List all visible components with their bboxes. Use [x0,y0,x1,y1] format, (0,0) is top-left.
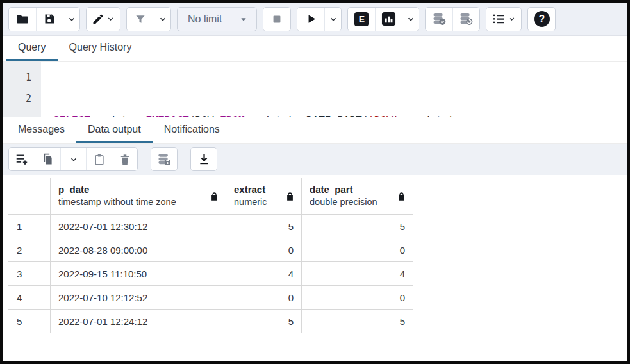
cell-date-part[interactable]: 0 [302,238,413,262]
explain-button[interactable]: E [348,8,375,31]
cell-date-part[interactable]: 5 [302,215,413,238]
commit-button[interactable] [426,8,452,31]
cell-p-date[interactable]: 2022-07-01 12:24:12 [51,310,226,333]
cell-p-date[interactable]: 2022-09-15 11:10:50 [51,262,226,286]
explain-e-icon: E [354,12,369,26]
row-limit-select[interactable]: No limit [177,7,257,31]
execute-options-dropdown[interactable] [324,8,341,31]
caret-down-icon [238,14,249,24]
tab-messages-label: Messages [18,124,65,135]
funnel-icon [134,13,147,26]
row-number-cell[interactable]: 4 [8,286,51,310]
cell-extract[interactable]: 5 [226,310,302,333]
clipboard-icon [93,153,106,166]
macros-dropdown-button[interactable] [486,8,521,31]
row-number-cell[interactable]: 2 [8,238,51,262]
pencil-icon [92,13,104,26]
bar-chart-icon [381,12,396,26]
table-row: 4 2022-07-10 12:12:52 0 0 [8,286,413,310]
row-number-cell[interactable]: 1 [8,215,51,238]
database-commit-icon [432,12,447,26]
table-row: 3 2022-09-15 11:10:50 4 4 [8,262,413,286]
play-icon [304,12,318,26]
tab-query-history-label: Query History [69,42,132,53]
trash-icon [119,153,131,166]
sql-editor[interactable]: 1 2 SELECT p_date, EXTRACT(DOW FROM p_da… [3,62,627,117]
database-rollback-icon [459,12,474,26]
row-number-cell[interactable]: 5 [8,310,51,333]
tab-messages[interactable]: Messages [6,117,76,143]
results-table: p_date timestamp without time zone extra… [8,178,413,333]
rollback-button[interactable] [452,8,479,31]
save-file-button[interactable] [36,8,63,31]
cell-extract[interactable]: 0 [226,238,302,262]
filter-button[interactable] [127,8,154,31]
tab-query[interactable]: Query [6,36,58,61]
lock-icon [393,192,406,201]
tab-query-history[interactable]: Query History [58,36,144,61]
column-header-extract[interactable]: extract numeric [226,178,302,215]
paste-button[interactable] [86,148,112,170]
download-icon [197,153,211,166]
download-button-group [190,147,217,171]
save-data-changes-button[interactable] [151,148,177,170]
add-row-button[interactable] [9,148,35,170]
cell-extract[interactable]: 0 [226,286,302,310]
chevron-down-icon [69,155,78,164]
chevron-down-icon [508,15,516,23]
copy-button[interactable] [35,148,60,170]
column-type: numeric [234,196,267,209]
column-header-date-part[interactable]: date_part double precision [302,178,413,215]
edit-data-button-group [8,147,138,171]
copy-options-dropdown[interactable] [60,148,86,170]
tab-notifications[interactable]: Notifications [153,117,231,143]
cell-extract[interactable]: 5 [226,215,302,238]
column-name: date_part [310,183,377,196]
table-row: 1 2022-07-01 12:30:12 5 5 [8,215,413,238]
tab-data-output-label: Data output [88,124,141,135]
delete-row-button[interactable] [112,148,137,170]
result-toolbar [3,144,627,175]
explain-analyze-button[interactable] [375,8,402,31]
explain-options-dropdown[interactable] [402,8,419,31]
cell-p-date[interactable]: 2022-08-28 09:00:00 [51,238,226,262]
sql-code[interactable]: SELECT p_date, EXTRACT(DOW FROM p_date),… [41,62,454,117]
cell-date-part[interactable]: 5 [302,310,413,333]
help-button[interactable]: ? [528,8,555,31]
question-circle-icon: ? [534,11,550,27]
transaction-button-group [425,7,480,31]
lock-icon [206,192,219,201]
select-all-header-cell[interactable] [8,178,51,215]
row-limit-value: No limit [188,13,222,25]
download-results-button[interactable] [191,148,217,170]
edit-dropdown-button[interactable] [87,8,120,31]
row-number-cell[interactable]: 3 [8,262,51,286]
edit-button-group [86,7,120,31]
chevron-down-icon [106,15,115,23]
open-file-button[interactable] [9,8,36,31]
main-toolbar: No limit [3,3,627,36]
cell-date-part[interactable]: 0 [302,286,413,310]
folder-icon [15,12,29,26]
cell-p-date[interactable]: 2022-07-10 12:12:52 [51,286,226,310]
tab-data-output[interactable]: Data output [76,117,153,143]
line-number: 2 [3,88,31,110]
help-button-group: ? [527,7,556,31]
line-number-gutter: 1 2 [3,62,41,117]
cancel-button-group [263,7,291,31]
column-type: timestamp without time zone [58,196,176,209]
column-header-p-date[interactable]: p_date timestamp without time zone [51,178,226,215]
cell-date-part[interactable]: 4 [302,262,413,286]
execute-query-button[interactable] [297,8,324,31]
cancel-query-button[interactable] [263,8,290,31]
cell-extract[interactable]: 4 [226,262,302,286]
file-button-group [8,7,80,31]
macros-button-group [486,7,522,31]
data-output-panel: p_date timestamp without time zone extra… [3,175,627,361]
cell-p-date[interactable]: 2022-07-01 12:30:12 [51,215,226,238]
chevron-down-icon [158,15,167,24]
stop-square-icon [270,13,283,26]
save-data-button-group [151,147,178,171]
save-options-dropdown[interactable] [63,8,79,31]
filter-options-dropdown[interactable] [154,8,170,31]
